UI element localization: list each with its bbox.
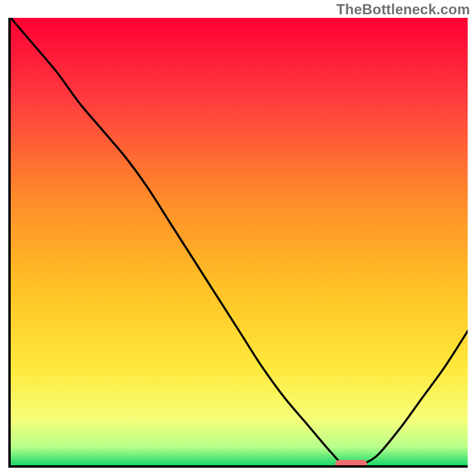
plot-frame [8,18,468,468]
gradient-background [11,18,468,465]
chart-stage: TheBottleneck.com [0,0,476,476]
watermark: TheBottleneck.com [336,1,470,18]
bottleneck-curve-plot [11,18,468,465]
sweet-spot-marker [335,460,367,465]
